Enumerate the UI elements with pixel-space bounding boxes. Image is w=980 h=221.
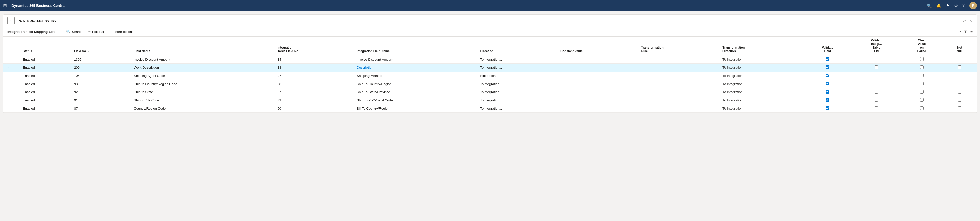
row-not-null[interactable]: [942, 88, 977, 96]
table-row[interactable]: Enabled1305Invoice Discount Amount14Invo…: [3, 55, 977, 64]
table-row[interactable]: Enabled105Shipping Agent Code97Shipping …: [3, 72, 977, 80]
row-validate-integ-checkbox[interactable]: [875, 66, 878, 69]
bell-icon[interactable]: 🔔: [936, 3, 942, 8]
row-validate-integ[interactable]: [852, 80, 901, 88]
row-validate-integ-checkbox[interactable]: [875, 82, 878, 85]
row-clear-value-checkbox[interactable]: [920, 82, 924, 85]
row-arrow-cell: [3, 104, 12, 113]
collapse-icon[interactable]: ⤡: [969, 18, 973, 23]
row-clear-value[interactable]: [901, 88, 942, 96]
row-status: Enabled: [20, 104, 72, 113]
row-validate-integ[interactable]: [852, 104, 901, 113]
row-clear-value-checkbox[interactable]: [920, 90, 924, 93]
col-header-field-no[interactable]: Field No. ↓: [72, 37, 131, 55]
row-validate-integ-checkbox[interactable]: [875, 90, 878, 93]
row-constant-value: [558, 96, 639, 104]
row-validate-field-checkbox[interactable]: [826, 66, 829, 69]
columns-icon[interactable]: ≡: [970, 29, 973, 34]
row-not-null-checkbox[interactable]: [958, 66, 961, 69]
row-validate-field-checkbox[interactable]: [826, 106, 829, 110]
table-row[interactable]: →⋮Enabled200Work Description13Descriptio…: [3, 64, 977, 72]
row-not-null-checkbox[interactable]: [958, 90, 961, 93]
row-integration-table-field-no: 37: [275, 88, 354, 96]
row-validate-field-checkbox[interactable]: [826, 98, 829, 102]
row-validate-field[interactable]: [803, 80, 852, 88]
search-label: Search: [72, 30, 83, 34]
col-header-clear-value[interactable]: ClearValueonFailed: [901, 37, 942, 55]
row-validate-integ[interactable]: [852, 88, 901, 96]
row-validate-integ[interactable]: [852, 96, 901, 104]
row-validate-field[interactable]: [803, 72, 852, 80]
col-header-field-name[interactable]: Field Name: [131, 37, 275, 55]
row-validate-field[interactable]: [803, 88, 852, 96]
row-validate-integ[interactable]: [852, 72, 901, 80]
row-not-null-checkbox[interactable]: [958, 74, 961, 77]
filter-icon[interactable]: ▼: [964, 29, 968, 34]
row-clear-value-checkbox[interactable]: [920, 57, 924, 61]
row-validate-field-checkbox[interactable]: [826, 82, 829, 85]
search-button[interactable]: 🔍 Search: [64, 29, 84, 35]
col-header-status[interactable]: Status: [20, 37, 72, 55]
row-validate-integ-checkbox[interactable]: [875, 98, 878, 102]
table-row[interactable]: Enabled87Country/Region Code50Bill To Co…: [3, 104, 977, 113]
row-not-null[interactable]: [942, 104, 977, 113]
back-button[interactable]: ←: [7, 17, 14, 24]
row-clear-value[interactable]: [901, 55, 942, 64]
col-header-transformation-rule[interactable]: TransformationRule: [638, 37, 720, 55]
row-validate-field[interactable]: [803, 96, 852, 104]
more-options-button[interactable]: More options: [112, 29, 135, 35]
row-menu-cell[interactable]: ⋮: [12, 64, 20, 72]
row-validate-field[interactable]: [803, 55, 852, 64]
row-clear-value[interactable]: [901, 72, 942, 80]
flag-icon[interactable]: ⚑: [946, 3, 950, 8]
row-direction: ToIntegration...: [477, 104, 558, 113]
row-not-null[interactable]: [942, 96, 977, 104]
help-icon[interactable]: ?: [963, 3, 965, 8]
row-not-null-checkbox[interactable]: [958, 82, 961, 85]
col-header-direction[interactable]: Direction: [477, 37, 558, 55]
row-not-null[interactable]: [942, 64, 977, 72]
row-clear-value-checkbox[interactable]: [920, 66, 924, 69]
share-icon[interactable]: ↗: [958, 29, 961, 34]
row-clear-value-checkbox[interactable]: [920, 74, 924, 77]
row-not-null-checkbox[interactable]: [958, 106, 961, 110]
table-row[interactable]: Enabled92Ship-to State37Ship To State/Pr…: [3, 88, 977, 96]
row-validate-integ-checkbox[interactable]: [875, 74, 878, 77]
row-validate-integ-checkbox[interactable]: [875, 57, 878, 61]
row-validate-integ[interactable]: [852, 64, 901, 72]
row-not-null[interactable]: [942, 72, 977, 80]
row-validate-field-checkbox[interactable]: [826, 74, 829, 77]
col-header-integration-table-field-no[interactable]: IntegrationTable Field No.: [275, 37, 354, 55]
row-clear-value-checkbox[interactable]: [920, 106, 924, 110]
row-clear-value[interactable]: [901, 80, 942, 88]
avatar[interactable]: F: [969, 2, 977, 10]
expand-icon[interactable]: ⤢: [963, 18, 966, 23]
row-not-null-checkbox[interactable]: [958, 57, 961, 61]
row-clear-value[interactable]: [901, 64, 942, 72]
row-validate-field[interactable]: [803, 64, 852, 72]
search-nav-icon[interactable]: 🔍: [927, 3, 932, 8]
table-row[interactable]: Enabled91Ship-to ZIP Code39Ship To ZIP/P…: [3, 96, 977, 104]
row-validate-integ-checkbox[interactable]: [875, 106, 878, 110]
row-not-null[interactable]: [942, 80, 977, 88]
col-header-validate-integ[interactable]: Valida...Integr...TableFld: [852, 37, 901, 55]
col-header-validate-field[interactable]: Valida...Field: [803, 37, 852, 55]
row-field-name: Country/Region Code: [131, 104, 275, 113]
col-header-constant-value[interactable]: Constant Value: [558, 37, 639, 55]
col-header-not-null[interactable]: NotNull: [942, 37, 977, 55]
row-clear-value[interactable]: [901, 104, 942, 113]
row-validate-integ[interactable]: [852, 55, 901, 64]
row-not-null[interactable]: [942, 55, 977, 64]
row-validate-field[interactable]: [803, 104, 852, 113]
waffle-icon[interactable]: ⊞: [3, 3, 7, 8]
row-clear-value-checkbox[interactable]: [920, 98, 924, 102]
row-validate-field-checkbox[interactable]: [826, 90, 829, 93]
settings-icon[interactable]: ⚙: [954, 3, 958, 8]
table-row[interactable]: Enabled93Ship-to Country/Region Code38Sh…: [3, 80, 977, 88]
edit-list-button[interactable]: ✏ Edit List: [86, 29, 106, 35]
row-clear-value[interactable]: [901, 96, 942, 104]
row-not-null-checkbox[interactable]: [958, 98, 961, 102]
row-validate-field-checkbox[interactable]: [826, 57, 829, 61]
col-header-transformation-direction[interactable]: TransformationDirection: [720, 37, 803, 55]
col-header-integration-field-name[interactable]: Integration Field Name: [354, 37, 478, 55]
